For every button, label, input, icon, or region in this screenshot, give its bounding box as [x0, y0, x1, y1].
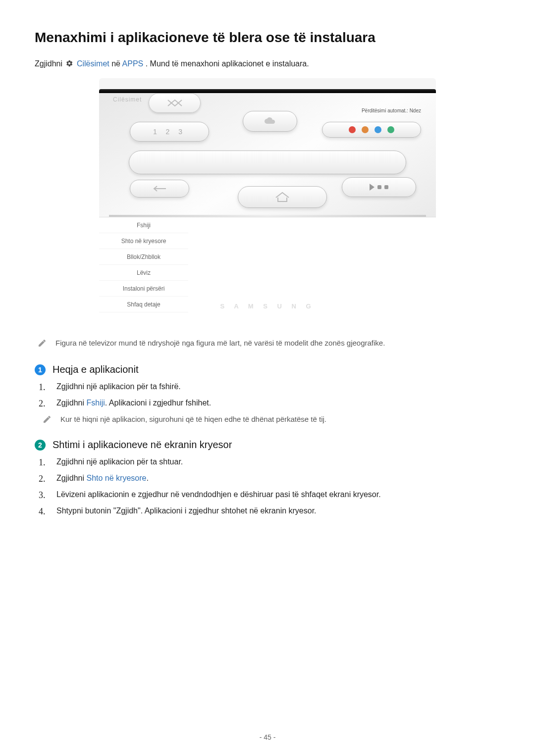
shto-link[interactable]: Shto në kryesore [86, 474, 146, 482]
step-text: Zgjidhni një aplikacion për ta fshirë. [56, 382, 181, 391]
app-tile-dots [322, 122, 421, 138]
section-1-head: 1 Heqja e aplikacionit [35, 364, 500, 375]
step-prefix: Zgjidhni [56, 399, 86, 407]
step-2-1: 1. Zgjidhni një aplikacion për ta shtuar… [39, 457, 500, 468]
step-text: Zgjidhni Fshiji. Aplikacioni i zgjedhur … [56, 399, 211, 407]
tv-screenshot: Cilësimet Përditësimi automat.: Ndez 1 2… [99, 78, 436, 315]
step-2-4: 4. Shtypni butonin "Zgjidh". Aplikacioni… [39, 506, 500, 517]
step-index: 1. [39, 457, 48, 468]
step-index: 4. [39, 506, 48, 517]
page-number: - 45 - [0, 733, 535, 741]
step-prefix: Zgjidhni [56, 474, 86, 482]
section-1-note: Kur të hiqni një aplikacion, sigurohuni … [43, 415, 500, 425]
step-2-2: 2. Zgjidhni Shto në kryesore. [39, 474, 500, 484]
bullet-1-icon: 1 [35, 364, 46, 375]
gear-icon [65, 59, 73, 69]
auto-update-label: Përditësimi automat.: Ndez [362, 108, 421, 113]
step-text: Zgjidhni Shto në kryesore. [56, 474, 149, 483]
section-2-head: 2 Shtimi i aplikacioneve në ekranin krye… [35, 439, 500, 451]
step-1-2: 2. Zgjidhni Fshiji. Aplikacioni i zgjedh… [39, 399, 500, 409]
intro-suffix: . Mund të menaxhoni aplikacionet e insta… [146, 59, 309, 68]
menu-item-leviz[interactable]: Lëviz [99, 265, 188, 281]
step-text: Lëvizeni aplikacionin e zgjedhur në vend… [56, 490, 381, 499]
menu-item-fshiji[interactable]: Fshiji [99, 217, 188, 233]
pencil-icon [43, 415, 52, 425]
intro-mid: në [111, 59, 122, 68]
step-text: Shtypni butonin "Zgjidh". Aplikacioni i … [56, 506, 317, 515]
section-2-title: Shtimi i aplikacioneve në ekranin kryeso… [53, 439, 232, 451]
intro-paragraph: Zgjidhni Cilësimet në APPS . Mund të men… [35, 59, 500, 69]
context-menu: Fshiji Shto në kryesore Bllok/Zhbllok Lë… [99, 217, 436, 312]
app-tile-wide [129, 151, 406, 174]
note-figure-text: Figura në televizor mund të ndryshojë ng… [55, 339, 385, 347]
menu-item-bllok[interactable]: Bllok/Zhbllok [99, 249, 188, 265]
screenshot-top-label: Cilësimet [113, 96, 142, 103]
fshiji-link[interactable]: Fshiji [86, 399, 105, 407]
menu-item-shfaq[interactable]: Shfaq detaje [99, 297, 188, 312]
app-tile-cursor [149, 93, 201, 113]
section-1-title: Heqja e aplikacionit [53, 364, 138, 375]
app-tile-123: 1 2 3 [130, 122, 209, 142]
cilesimet-link[interactable]: Cilësimet [77, 59, 109, 68]
step-text: Zgjidhni një aplikacion për ta shtuar. [56, 457, 183, 466]
step-suffix: . [146, 474, 148, 482]
app-tile-home [238, 186, 327, 208]
brand-label: S A M S U N G [220, 302, 315, 310]
step-index: 2. [39, 399, 48, 409]
step-index: 1. [39, 382, 48, 393]
app-tile-arrow [130, 180, 189, 198]
step-2-3: 3. Lëvizeni aplikacionin e zgjedhur në v… [39, 490, 500, 501]
pencil-icon [38, 339, 47, 349]
step-index: 3. [39, 490, 48, 501]
menu-item-shto[interactable]: Shto në kryesore [99, 233, 188, 249]
apps-link[interactable]: APPS [122, 59, 144, 68]
bullet-2-icon: 2 [35, 440, 46, 451]
app-tile-video [342, 177, 416, 197]
section-1-steps: 1. Zgjidhni një aplikacion për ta fshirë… [39, 382, 500, 425]
section-2-steps: 1. Zgjidhni një aplikacion për ta shtuar… [39, 457, 500, 517]
step-index: 2. [39, 474, 48, 484]
menu-item-instaloni[interactable]: Instaloni përsëri [99, 281, 188, 297]
app-tile-cloud [243, 111, 297, 132]
step-1-1: 1. Zgjidhni një aplikacion për ta fshirë… [39, 382, 500, 393]
section-1-note-text: Kur të hiqni një aplikacion, sigurohuni … [60, 415, 326, 423]
intro-prefix: Zgjidhni [35, 59, 64, 68]
step-suffix: . Aplikacioni i zgjedhur fshihet. [105, 399, 211, 407]
note-figure: Figura në televizor mund të ndryshojë ng… [38, 339, 500, 349]
page-title: Menaxhimi i aplikacioneve të blera ose t… [35, 30, 500, 46]
